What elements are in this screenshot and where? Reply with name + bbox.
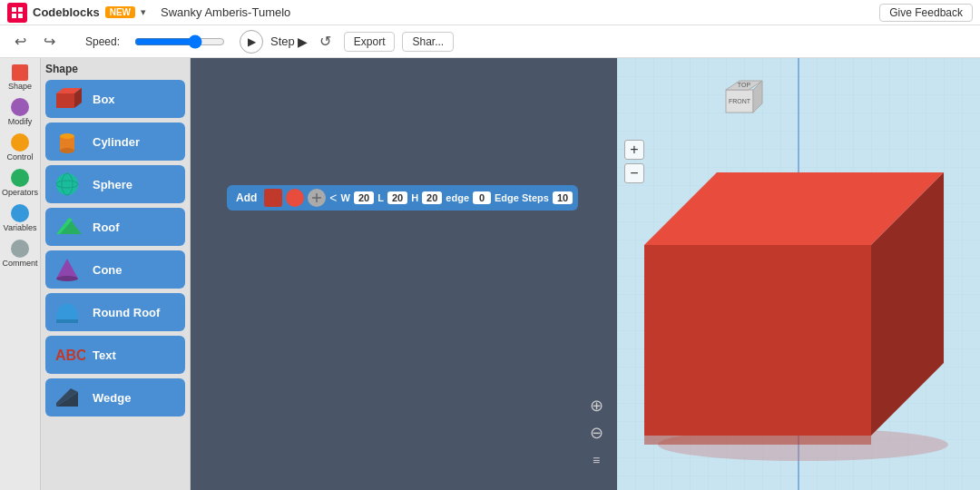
w-label: W: [341, 192, 350, 203]
shape-item-roof[interactable]: Roof: [45, 208, 185, 246]
svg-rect-2: [12, 14, 16, 18]
shape-item-round-roof[interactable]: Round Roof: [45, 293, 185, 331]
topbar: Codeblocks NEW ▾ Swanky Amberis-Tumelo G…: [0, 0, 980, 25]
svg-rect-33: [644, 245, 871, 436]
view-cube[interactable]: TOP FRONT: [712, 67, 885, 134]
edge-label: edge: [446, 192, 469, 203]
cone-label: Cone: [93, 263, 122, 277]
edge-steps-value[interactable]: 10: [553, 191, 573, 204]
project-name: Swanky Amberis-Tumelo: [161, 5, 290, 19]
shape-item-wedge[interactable]: Wedge: [45, 378, 185, 416]
code-block[interactable]: Add < W 20 L 20 H 20 edge 0 Edge Steps 1…: [227, 185, 578, 211]
toolbar: ↩ ↪ Speed: ▶ Step ▶ ↺ Export Shar...: [0, 25, 980, 58]
edge-steps-label: Edge Steps: [495, 192, 549, 203]
3d-box: [626, 136, 980, 463]
svg-rect-36: [644, 436, 871, 445]
svg-text:ABC: ABC: [55, 348, 85, 363]
svg-text:FRONT: FRONT: [729, 98, 751, 104]
zoom-out-button[interactable]: ⊖: [584, 421, 608, 445]
code-area[interactable]: Add < W 20 L 20 H 20 edge 0 Edge Steps 1…: [191, 58, 617, 490]
zoom-in-button[interactable]: ⊕: [584, 394, 608, 417]
step-button[interactable]: Step ▶: [270, 34, 308, 49]
export-button[interactable]: Export: [344, 32, 396, 52]
step-icon: ▶: [298, 34, 308, 49]
svg-point-9: [60, 148, 74, 153]
l-value[interactable]: 20: [387, 191, 407, 204]
svg-marker-15: [56, 259, 78, 279]
text-icon: ABC: [53, 340, 85, 369]
shape-gray-icon: [308, 189, 326, 207]
sphere-icon: [53, 170, 85, 199]
new-dropdown-icon[interactable]: ▾: [141, 6, 146, 18]
shape-circle-icon: [286, 189, 304, 207]
roof-icon: [53, 212, 85, 241]
edge-value[interactable]: 0: [473, 191, 491, 204]
new-badge: NEW: [105, 6, 135, 18]
svg-rect-1: [18, 7, 23, 12]
shape-item-text[interactable]: ABC Text: [45, 336, 185, 374]
svg-point-8: [60, 133, 74, 139]
redo-button[interactable]: ↪: [38, 31, 60, 53]
shape-panel-title: Shape: [45, 63, 185, 75]
give-feedback-button[interactable]: Give Feedback: [879, 4, 973, 22]
shape-item-cylinder[interactable]: Cylinder: [45, 122, 185, 161]
wedge-label: Wedge: [93, 391, 131, 405]
speed-label: Speed:: [85, 35, 120, 48]
svg-point-10: [56, 173, 78, 195]
round-roof-label: Round Roof: [93, 306, 160, 319]
add-label: Add: [232, 191, 260, 204]
3d-viewport[interactable]: TOP FRONT + −: [617, 58, 980, 490]
svg-text:TOP: TOP: [738, 82, 751, 88]
app-name: Codeblocks: [33, 5, 100, 19]
play-icon: ▶: [248, 35, 256, 48]
logo: [7, 3, 27, 23]
wedge-icon: [53, 383, 85, 412]
text-label: Text: [93, 348, 116, 362]
w-value[interactable]: 20: [354, 191, 374, 204]
svg-rect-17: [56, 319, 78, 323]
arrow-icon: <: [329, 191, 337, 205]
cylinder-icon: [53, 127, 85, 156]
h-label: H: [411, 192, 418, 203]
cone-icon: [53, 255, 85, 284]
shape-red-icon: [264, 189, 282, 207]
scroll-button[interactable]: ≡: [584, 448, 608, 472]
shape-panel: Shape Box Cylinder: [41, 58, 191, 490]
sidebar-item-modify[interactable]: Modify: [2, 96, 38, 128]
svg-rect-0: [12, 7, 16, 12]
zoom-controls: ⊕ ⊖: [584, 394, 608, 445]
h-value[interactable]: 20: [422, 191, 442, 204]
share-button[interactable]: Shar...: [402, 32, 454, 52]
sidebar-item-shape[interactable]: Shape: [2, 63, 38, 93]
roof-label: Roof: [93, 220, 120, 234]
svg-rect-4: [56, 93, 74, 108]
box-label: Box: [93, 93, 115, 106]
sidebar-item-comment[interactable]: Comment: [2, 238, 38, 270]
sidebar-item-variables[interactable]: Variables: [2, 202, 38, 234]
box-icon: [53, 84, 85, 113]
svg-point-16: [56, 276, 78, 281]
reset-button[interactable]: ↺: [315, 31, 337, 53]
step-label: Step: [270, 34, 295, 48]
shape-item-cone[interactable]: Cone: [45, 250, 185, 289]
topbar-left: Codeblocks NEW ▾ Swanky Amberis-Tumelo: [7, 3, 290, 23]
sidebar-item-operators[interactable]: Operators: [2, 167, 38, 199]
round-roof-icon: [53, 298, 85, 327]
main-content: Shape Modify Control Operators Variables…: [0, 58, 980, 490]
l-label: L: [377, 192, 384, 203]
svg-rect-3: [18, 14, 23, 18]
sphere-label: Sphere: [93, 178, 132, 191]
sidebar: Shape Modify Control Operators Variables…: [0, 58, 41, 490]
shape-item-sphere[interactable]: Sphere: [45, 165, 185, 203]
shape-item-box[interactable]: Box: [45, 80, 185, 118]
cylinder-label: Cylinder: [93, 135, 140, 149]
speed-slider[interactable]: [134, 34, 225, 49]
play-button[interactable]: ▶: [240, 30, 263, 54]
undo-button[interactable]: ↩: [9, 31, 31, 53]
sidebar-item-control[interactable]: Control: [2, 132, 38, 163]
